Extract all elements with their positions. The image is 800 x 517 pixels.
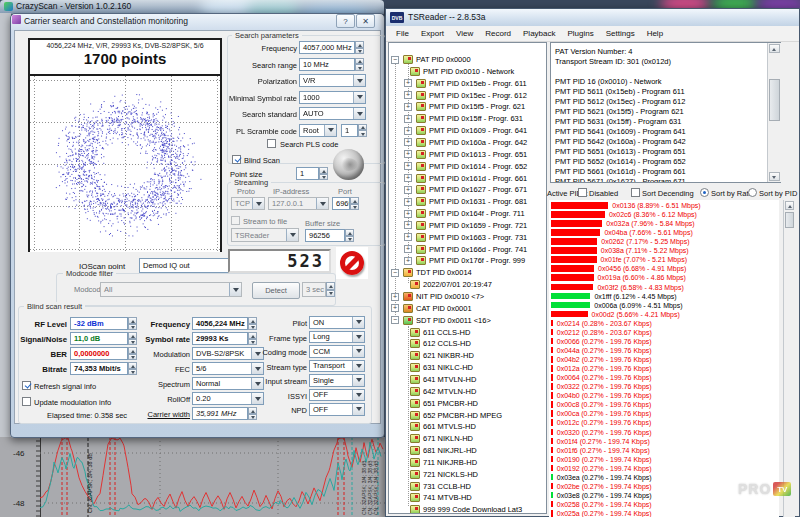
pid-row-text[interactable]: 0x0322 (0.27% - 199.76 Kbps) bbox=[557, 383, 652, 390]
value-field[interactable]: 29993 Ks bbox=[192, 332, 248, 345]
pid-row-text[interactable]: 0x0214 (0.28% - 203.67 Kbps) bbox=[557, 320, 652, 327]
tsreader-titlebar[interactable]: DVB TSReader -- 2.8.53a bbox=[386, 9, 799, 27]
spin-buttons[interactable] bbox=[128, 332, 137, 345]
expand-icon[interactable]: + bbox=[404, 115, 412, 123]
value-field[interactable]: 4057,000 MHz bbox=[299, 41, 355, 54]
scroll-down-icon[interactable] bbox=[769, 172, 780, 181]
spin-buttons[interactable] bbox=[358, 124, 367, 137]
pid-row-text[interactable]: 0x01f4 (0.27% - 199.74 Kbps) bbox=[557, 438, 650, 445]
pid-row-text[interactable]: 0x02be (0.27% - 199.74 Kbps) bbox=[557, 483, 652, 490]
dropdown-field[interactable]: 5/6 bbox=[192, 362, 264, 375]
pid-row-text[interactable]: 0x038a (7.11% - 5.22 Mbps) bbox=[601, 247, 689, 254]
expand-icon[interactable]: + bbox=[404, 174, 412, 182]
value-field[interactable]: -32 dBm bbox=[70, 317, 128, 330]
point-size-spin-buttons[interactable] bbox=[319, 167, 328, 180]
pid-row-text[interactable]: 0x0190 (0.27% - 199.74 Kbps) bbox=[557, 456, 652, 463]
dropdown-field[interactable]: Normal bbox=[192, 377, 264, 390]
dropdown-field[interactable]: OFF bbox=[309, 403, 365, 416]
expand-icon[interactable]: + bbox=[391, 304, 399, 312]
spin-buttons[interactable] bbox=[128, 317, 137, 330]
pid-row-text[interactable]: 0x01fe (7.07% - 5.21 Mbps) bbox=[601, 256, 687, 263]
dropdown-field[interactable]: CCM bbox=[309, 345, 365, 358]
menu-plugins[interactable]: Plugins bbox=[561, 29, 599, 38]
consumer-select[interactable]: TSReader bbox=[231, 228, 299, 242]
disabled-checkbox[interactable] bbox=[578, 188, 587, 197]
expand-icon[interactable]: + bbox=[404, 186, 412, 194]
pid-row-text[interactable]: 0x04b2 (0.27% - 199.76 Kbps) bbox=[557, 356, 652, 363]
stream-to-file-checkbox[interactable] bbox=[231, 216, 240, 225]
pid-row-text[interactable]: 0x032a (7.96% - 5.84 Mbps) bbox=[606, 220, 694, 227]
pid-row-text[interactable]: 0x01f6 (0.27% - 199.74 Kbps) bbox=[557, 447, 650, 454]
scrollbar-thumb[interactable] bbox=[785, 212, 794, 228]
pid-row-text[interactable]: 0x04b0 (0.27% - 199.76 Kbps) bbox=[557, 392, 652, 399]
blind-scan-checkbox[interactable] bbox=[232, 155, 241, 164]
detect-interval-field[interactable]: 3 sec bbox=[302, 282, 326, 297]
spin-buttons[interactable] bbox=[128, 362, 137, 375]
expand-icon[interactable]: + bbox=[404, 138, 412, 146]
interval-spin-buttons[interactable] bbox=[326, 282, 335, 297]
pid-row-text[interactable]: 0x04ba (7.66% - 5.61 Mbps) bbox=[604, 229, 692, 236]
dropdown-field[interactable]: 1000 bbox=[299, 91, 366, 104]
update-modulation-checkbox[interactable] bbox=[22, 397, 31, 406]
spin-buttons[interactable] bbox=[355, 58, 364, 71]
sort-by-pid-radio[interactable] bbox=[748, 188, 757, 197]
dropdown-field[interactable]: Single bbox=[309, 374, 365, 387]
pid-row-text[interactable]: 0x00d2 (5.66% - 4.21 Mbps) bbox=[592, 311, 680, 318]
spin-buttons[interactable] bbox=[248, 332, 257, 345]
menu-file[interactable]: File bbox=[390, 29, 415, 38]
refresh-signal-checkbox[interactable] bbox=[22, 381, 31, 390]
pid-row-text[interactable]: 0x00c8 (0.27% - 199.76 Kbps) bbox=[557, 401, 652, 408]
expand-icon[interactable]: + bbox=[404, 150, 412, 158]
port-spin-buttons[interactable] bbox=[350, 197, 359, 210]
stop-icon[interactable] bbox=[336, 247, 368, 279]
port-field[interactable]: 6969 bbox=[332, 197, 350, 210]
dropdown-field[interactable]: AUTO bbox=[299, 107, 366, 120]
pid-row-text[interactable]: 0x03f2 (6.58% - 4.83 Mbps) bbox=[597, 284, 683, 291]
pid-row-text[interactable]: 0x019a (6.60% - 4.86 Mbps) bbox=[598, 274, 686, 281]
pid-row-text[interactable]: 0x025a (0.27% - 199.74 Kbps) bbox=[557, 510, 652, 517]
pid-row-text[interactable]: 0x044a (0.27% - 199.76 Kbps) bbox=[557, 347, 652, 354]
value-field[interactable]: 35,991 MHz bbox=[192, 407, 248, 420]
expand-icon[interactable]: + bbox=[404, 198, 412, 206]
pid-row-text[interactable]: 0x0258 (0.27% - 199.74 Kbps) bbox=[557, 501, 652, 508]
pid-row-text[interactable]: 0x03e8 (0.27% - 199.74 Kbps) bbox=[557, 492, 652, 499]
expand-icon[interactable]: + bbox=[404, 233, 412, 241]
pid-row-text[interactable]: 0x0456 (6.68% - 4.91 Mbps) bbox=[598, 265, 686, 272]
value-field[interactable]: 10 MHz bbox=[299, 58, 355, 71]
menu-settings[interactable]: Settings bbox=[600, 29, 641, 38]
value-field[interactable]: 4056,224 MHz bbox=[192, 317, 248, 330]
collapse-icon[interactable]: − bbox=[391, 269, 399, 277]
dropdown-field[interactable]: Long bbox=[309, 331, 365, 344]
pid-row-text[interactable]: 0x012c (0.27% - 199.76 Kbps) bbox=[557, 419, 652, 426]
value-field[interactable]: 0,0000000 bbox=[70, 347, 128, 360]
pid-row-text[interactable]: 0x00ca (0.27% - 199.76 Kbps) bbox=[557, 410, 652, 417]
pid-row-text[interactable]: 0x012a (0.27% - 199.76 Kbps) bbox=[557, 365, 652, 372]
scroll-up-icon[interactable] bbox=[785, 201, 794, 210]
expand-icon[interactable]: + bbox=[404, 245, 412, 253]
pid-row-text[interactable]: 0x0064 (0.27% - 199.76 Kbps) bbox=[557, 374, 652, 381]
pat-scrollbar[interactable] bbox=[767, 43, 781, 182]
dropdown-field[interactable]: Transport bbox=[309, 360, 365, 373]
value-field[interactable]: 74,353 Mbit/s bbox=[70, 362, 128, 375]
expand-icon[interactable]: + bbox=[404, 103, 412, 111]
pid-row-text[interactable]: 0x0262 (7.17% - 5.25 Mbps) bbox=[601, 238, 689, 245]
pid-row-text[interactable]: 0x006a (6.09% - 4.51 Mbps) bbox=[594, 302, 682, 309]
menu-export[interactable]: Export bbox=[415, 29, 450, 38]
search-pls-checkbox[interactable] bbox=[267, 139, 276, 148]
detect-button[interactable]: Detect bbox=[252, 282, 300, 299]
pid-row-text[interactable]: 0x0066 (0.27% - 199.76 Kbps) bbox=[557, 338, 652, 345]
pid-row-text[interactable]: 0x0320 (0.27% - 199.76 Kbps) bbox=[557, 429, 652, 436]
expand-icon[interactable]: + bbox=[404, 162, 412, 170]
point-size-stepper[interactable]: 1 bbox=[296, 167, 319, 180]
spin-buttons[interactable] bbox=[248, 317, 257, 330]
dropdown-field[interactable]: V/R bbox=[299, 74, 366, 87]
pid-row-text[interactable]: 0x02c6 (8.36% - 6.12 Mbps) bbox=[609, 211, 697, 218]
sort-descending-checkbox[interactable] bbox=[631, 188, 640, 197]
menu-record[interactable]: Record bbox=[479, 29, 517, 38]
expand-icon[interactable]: + bbox=[404, 91, 412, 99]
scroll-up-icon[interactable] bbox=[769, 44, 780, 53]
menu-view[interactable]: View bbox=[450, 29, 479, 38]
pid-row-text[interactable]: 0x1fff (6.12% - 4.45 Mbps) bbox=[594, 293, 676, 300]
help-button[interactable]: ? bbox=[336, 14, 355, 28]
menu-playback[interactable]: Playback bbox=[517, 29, 561, 38]
